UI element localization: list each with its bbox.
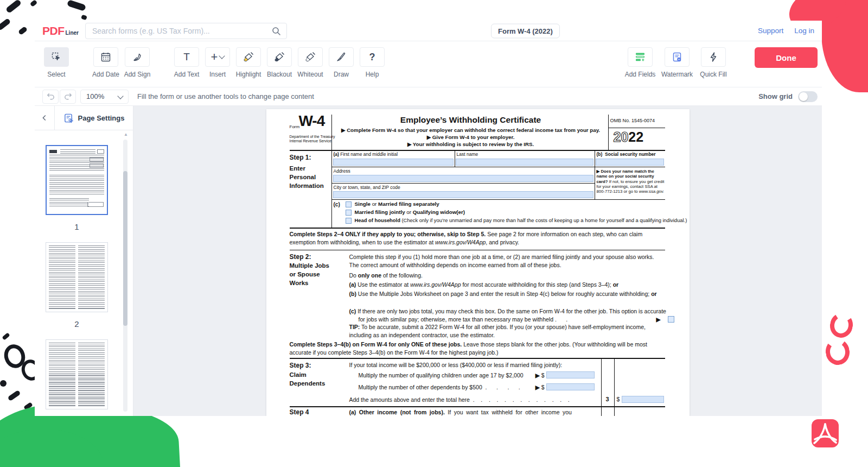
page-thumbnail-2[interactable] xyxy=(46,242,108,312)
tool-select[interactable]: Select xyxy=(44,47,69,78)
redo-button[interactable] xyxy=(60,90,76,104)
tool-label: Blackout xyxy=(267,71,292,78)
logo-pdf-text: PDF xyxy=(42,24,65,37)
text-icon[interactable]: T xyxy=(174,47,199,67)
tool-label: Add Fields xyxy=(625,71,656,78)
step2-title: Step 2: xyxy=(290,253,311,261)
last-name-field[interactable] xyxy=(456,159,593,166)
two-jobs-checkbox[interactable] xyxy=(668,316,674,323)
arrow-dollar: ▶ $ xyxy=(535,371,545,380)
step2-option-c: (c) If there are only two jobs total, yo… xyxy=(349,307,674,323)
zoom-select[interactable]: 100% xyxy=(80,90,129,104)
address-label: Address xyxy=(334,168,350,174)
city-field[interactable] xyxy=(333,191,593,198)
address-field[interactable] xyxy=(333,175,593,182)
tool-add-sign[interactable]: Add Sign xyxy=(125,47,150,78)
tool-add-fields[interactable]: Add Fields xyxy=(628,47,653,78)
page-thumbnail-3[interactable] xyxy=(46,339,108,409)
step3-title: Step 3: xyxy=(290,362,311,369)
other-dependents-field[interactable] xyxy=(546,383,595,390)
first-name-field[interactable] xyxy=(333,159,454,166)
step2-sub: Multiple Jobs xyxy=(290,262,329,269)
step3-sub: Claim xyxy=(290,371,307,378)
top-bar: PDF Liner Form W-4 (2022) Support Log in xyxy=(35,21,822,41)
watermark-icon[interactable] xyxy=(665,47,690,67)
tool-add-date[interactable]: Add Date xyxy=(93,47,118,78)
tool-label: Watermark xyxy=(661,71,693,78)
help-icon[interactable]: ? xyxy=(360,47,385,67)
select-icon[interactable] xyxy=(44,47,69,67)
rule xyxy=(290,250,665,250)
decor-ink-mark xyxy=(8,390,21,401)
redo-icon xyxy=(63,92,73,101)
form-bullets: ▶ Complete Form W-4 so that your employe… xyxy=(333,127,609,148)
step1-sub: Information xyxy=(290,182,324,189)
tool-insert[interactable]: + Insert xyxy=(205,47,230,78)
tool-draw[interactable]: Draw xyxy=(329,47,354,78)
pdfliner-logo[interactable]: PDF Liner xyxy=(42,24,79,37)
search-icon[interactable] xyxy=(271,26,281,36)
tool-help[interactable]: ? Help xyxy=(360,47,385,78)
form-year: 2022 xyxy=(614,129,644,145)
rule xyxy=(608,115,609,150)
decor-ink-dot xyxy=(0,380,7,387)
scroll-up-arrow[interactable]: ▲ xyxy=(124,132,128,137)
undo-button[interactable] xyxy=(42,90,59,104)
step2-tip: TIP: To be accurate, submit a 2022 Form … xyxy=(349,323,663,339)
step3-row-number: 3 xyxy=(601,396,614,402)
single-checkbox[interactable] xyxy=(346,201,352,207)
draw-pen-icon[interactable] xyxy=(329,47,354,67)
head-of-household-checkbox[interactable] xyxy=(346,218,352,224)
rule xyxy=(331,115,332,150)
tool-whiteout[interactable]: Whiteout xyxy=(298,47,323,78)
highlight-brush-icon[interactable] xyxy=(236,47,261,67)
tool-highlight[interactable]: Highlight xyxy=(236,47,261,78)
filing-option-single: Single or Married filing separately xyxy=(355,201,439,207)
note-steps-3-4b: Complete Steps 3–4(b) on Form W-4 for on… xyxy=(290,340,665,356)
step2-do-line: Do only one of the following. xyxy=(349,272,423,280)
calendar-icon[interactable] xyxy=(93,47,118,67)
page-thumbnails: 1 2 xyxy=(35,130,119,416)
support-link[interactable]: Support xyxy=(758,27,783,35)
tool-watermark[interactable]: Watermark xyxy=(665,47,690,78)
header-links: Support Log in xyxy=(758,27,814,35)
search-box[interactable] xyxy=(85,23,287,39)
ssn-label: (b) Social security number xyxy=(597,152,656,157)
tool-add-text[interactable]: T Add Text xyxy=(174,47,199,78)
whiteout-brush-icon[interactable] xyxy=(298,47,323,67)
tool-quick-fill[interactable]: Quick Fill xyxy=(701,47,726,78)
page-thumbnail-1[interactable] xyxy=(46,145,108,215)
married-jointly-checkbox[interactable] xyxy=(346,210,352,216)
sign-pen-icon[interactable] xyxy=(125,47,150,67)
qualifying-children-field[interactable] xyxy=(546,371,595,378)
scrollbar-thumb[interactable] xyxy=(123,171,127,326)
decor-ink-mark xyxy=(5,0,22,14)
ssn-field[interactable] xyxy=(596,159,664,166)
grid-toggle[interactable] xyxy=(798,91,818,102)
toolbar-right-group: Add Fields Watermark xyxy=(628,47,818,78)
collapse-sidebar-button[interactable] xyxy=(35,106,55,130)
chevron-down-icon xyxy=(117,93,123,99)
dependents-total-field[interactable] xyxy=(622,396,664,403)
tool-blackout[interactable]: Blackout xyxy=(267,47,292,78)
arrow-dollar: ▶ $ xyxy=(535,383,545,392)
rule xyxy=(290,150,665,151)
search-input[interactable] xyxy=(91,26,271,36)
step1-sub: Enter xyxy=(290,165,305,172)
done-button[interactable]: Done xyxy=(755,47,818,68)
tool-label: Select xyxy=(47,71,65,78)
blackout-brush-icon[interactable] xyxy=(267,47,292,67)
login-link[interactable]: Log in xyxy=(794,27,814,35)
tool-label: Insert xyxy=(209,71,226,78)
step3-line3: Add the amounts above and enter the tota… xyxy=(349,396,599,404)
quick-fill-bolt-icon[interactable] xyxy=(701,47,726,67)
note-steps-2-4: Complete Steps 2–4 ONLY if they apply to… xyxy=(290,230,665,246)
rule xyxy=(290,228,665,229)
plus-icon[interactable]: + xyxy=(205,47,230,67)
step1c-tag: (c) xyxy=(334,201,340,207)
rule xyxy=(290,406,665,407)
sidebar-scrollbar[interactable] xyxy=(123,140,127,412)
add-fields-icon[interactable] xyxy=(628,47,653,67)
tool-label: Quick Fill xyxy=(700,71,726,78)
page-settings-button[interactable]: Page Settings xyxy=(55,106,133,130)
